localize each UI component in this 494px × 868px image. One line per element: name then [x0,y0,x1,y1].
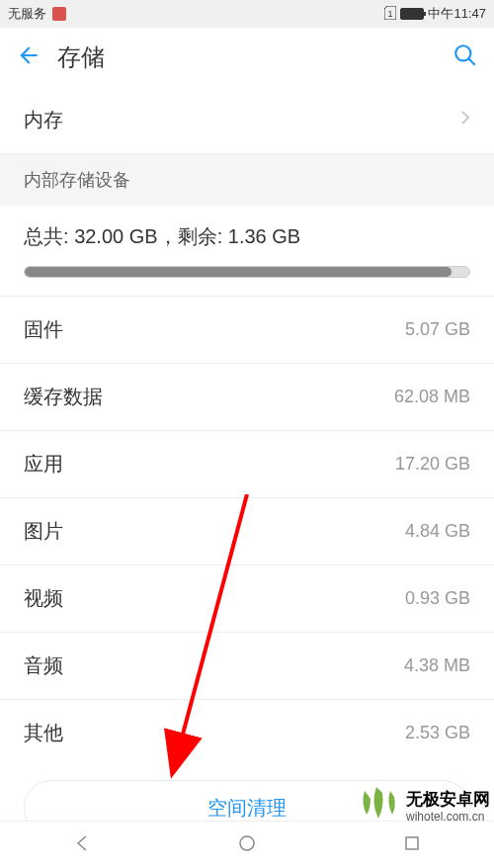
svg-text:1: 1 [388,9,393,19]
section-header: 内部存储设备 [0,154,494,206]
total-value: 32.00 GB [74,225,158,247]
storage-row-value: 5.07 GB [405,319,470,340]
storage-progress-fill [25,267,452,277]
storage-row-label: 应用 [24,451,63,477]
storage-list: 固件5.07 GB缓存数据62.08 MB应用17.20 GB图片4.84 GB… [0,297,494,766]
storage-row-label: 固件 [24,316,63,343]
nav-back-button[interactable] [72,833,92,857]
storage-summary-text: 总共: 32.00 GB，剩余: 1.36 GB [24,225,300,247]
storage-row-value: 2.53 GB [405,723,470,743]
storage-row[interactable]: 固件5.07 GB [0,297,494,364]
page-title: 存储 [57,42,105,73]
watermark-text: 无极安卓网 wjhotel.com.cn [406,790,490,825]
status-right: 1 中午11:47 [384,5,486,23]
storage-row-label: 音频 [24,652,63,679]
svg-point-1 [455,45,470,60]
storage-row-value: 17.20 GB [395,454,470,475]
nav-bar [0,821,494,868]
storage-row-label: 图片 [24,518,63,545]
storage-row-label: 缓存数据 [24,384,103,410]
svg-point-5 [240,836,254,850]
separator: ， [158,225,178,247]
battery-icon [400,8,424,20]
watermark-main: 无极安卓网 [406,790,490,810]
storage-summary: 总共: 32.00 GB，剩余: 1.36 GB [0,206,494,258]
remaining-label: 剩余: [178,225,228,247]
storage-row[interactable]: 图片4.84 GB [0,498,494,565]
storage-row-label: 其他 [24,720,63,746]
carrier-text: 无服务 [8,5,46,23]
content-area: 内存 内部存储设备 总共: 32.00 GB，剩余: 1.36 GB 固件5.0… [0,87,494,854]
storage-row[interactable]: 音频4.38 MB [0,633,494,700]
carrier-icon [52,7,66,21]
storage-row[interactable]: 视频0.93 GB [0,565,494,633]
storage-row[interactable]: 缓存数据62.08 MB [0,364,494,431]
svg-rect-6 [406,837,418,849]
storage-row-label: 视频 [24,585,63,612]
storage-row-value: 62.08 MB [394,387,470,407]
nav-recent-button[interactable] [402,833,422,857]
app-header: 存储 [0,28,494,87]
remaining-value: 1.36 GB [228,225,300,247]
memory-label: 内存 [24,107,63,133]
header-left: 存储 [16,42,105,73]
storage-row[interactable]: 应用17.20 GB [0,431,494,498]
sim-icon: 1 [384,6,396,23]
storage-progress-bar [24,266,470,278]
svg-line-2 [468,58,475,65]
chevron-right-icon [460,110,470,130]
search-icon[interactable] [453,43,478,72]
status-left: 无服务 [8,5,66,23]
progress-container [0,258,494,297]
status-bar: 无服务 1 中午11:47 [0,0,494,28]
storage-row-value: 4.38 MB [404,655,470,676]
memory-row[interactable]: 内存 [0,87,494,154]
storage-row-value: 0.93 GB [405,588,470,609]
storage-row[interactable]: 其他2.53 GB [0,700,494,766]
nav-home-button[interactable] [237,833,257,857]
storage-row-value: 4.84 GB [405,521,470,542]
back-icon[interactable] [16,43,41,72]
total-label: 总共: [24,225,74,247]
status-time: 中午11:47 [428,5,486,23]
